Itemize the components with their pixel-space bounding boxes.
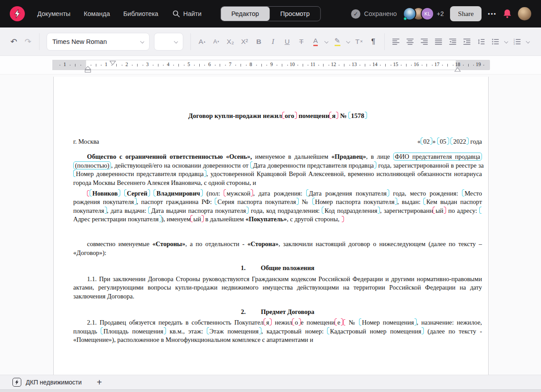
mode-editor-button[interactable]: Редактор	[221, 7, 269, 21]
text-run: 1.	[241, 264, 246, 271]
ruler-number: 1	[105, 62, 107, 67]
ruler-dot	[246, 65, 247, 66]
document-tab[interactable]: ДКП недвижимости	[12, 378, 82, 387]
ruler-number: 3	[146, 62, 149, 67]
ruler-dot	[225, 65, 226, 66]
section-heading[interactable]: 1.Общие положения	[73, 264, 482, 273]
document-page[interactable]: Договор купли-продажи нежилого помещения…	[53, 77, 489, 375]
left-indent-marker[interactable]	[85, 66, 91, 74]
saved-status: ✓ Сохранено	[351, 9, 397, 19]
outdent-icon[interactable]	[446, 34, 459, 50]
undo-icon[interactable]: ↶	[7, 34, 20, 50]
paragraph[interactable]: Новиков Сергей Владимирович (пол: мужско…	[73, 189, 482, 224]
more-button[interactable]: •••	[488, 11, 497, 17]
align-right-icon[interactable]	[418, 34, 431, 50]
field-cyan[interactable]: Новиков	[90, 190, 120, 197]
font-family-select[interactable]: Times New Roman	[47, 33, 150, 51]
numbered-list-icon[interactable]: 123	[510, 34, 524, 50]
mode-toggle: Редактор Просмотр	[220, 6, 321, 21]
paragraph[interactable]: г. Москва«02» 05 2022 года	[73, 137, 482, 146]
numbered-list-chevron-icon[interactable]	[526, 39, 530, 43]
align-left-icon[interactable]	[389, 34, 403, 50]
field-cyan[interactable]: Дата выдачи паспорта покупателя	[148, 207, 249, 214]
field-cyan[interactable]: Кадастровый номер помещения	[327, 328, 424, 335]
clear-formatting-icon[interactable]: T	[352, 34, 366, 50]
field-pink[interactable]: ого	[282, 112, 297, 119]
bold-icon[interactable]: B	[252, 34, 265, 50]
bullet-list-icon[interactable]	[489, 34, 502, 50]
field-cyan[interactable]: Сергей	[124, 190, 150, 197]
avatar-overflow-count[interactable]: +2	[437, 10, 444, 17]
font-decrease-icon[interactable]: A	[209, 34, 223, 50]
italic-icon[interactable]: I	[266, 34, 280, 50]
paragraph[interactable]: 1.1. При заключении Договора Стороны рук…	[73, 275, 482, 301]
field-pink[interactable]: ый	[190, 216, 204, 223]
right-indent-marker[interactable]	[454, 66, 461, 74]
field-cyan[interactable]: Серия паспорта покупателя	[215, 198, 299, 205]
ruler-number: 15	[393, 62, 399, 67]
font-color-icon[interactable]: A	[309, 34, 322, 50]
field-cyan[interactable]: Номер паспорта покупателя	[312, 198, 397, 205]
search-label: Найти	[183, 10, 201, 17]
field-pink[interactable]: о	[292, 319, 300, 326]
avatar-collaborator-1[interactable]	[403, 7, 416, 20]
pilcrow-icon[interactable]: ¶	[367, 34, 380, 50]
field-cyan[interactable]: Дата доверенности представителя продавца	[250, 162, 376, 169]
field-cyan[interactable]: Владимирович	[154, 190, 202, 197]
topbar-right: ✓ Сохранено KL +2 Share •••	[351, 6, 531, 21]
line-spacing-icon[interactable]	[474, 34, 488, 50]
notifications-button[interactable]	[503, 9, 512, 19]
field-cyan[interactable]: Номер доверенности представителя продавц…	[73, 170, 206, 177]
field-cyan[interactable]: 1578	[348, 112, 367, 119]
text-run: помещени	[297, 112, 329, 119]
field-cyan[interactable]: Код подразделения	[322, 207, 380, 214]
avatar-collaborator-kl[interactable]: KL	[421, 7, 434, 20]
underline-icon[interactable]: U	[280, 34, 294, 50]
subscript-icon[interactable]: X₂	[224, 34, 237, 50]
field-cyan[interactable]: Площадь помещения	[101, 328, 166, 335]
indent-icon[interactable]	[460, 34, 474, 50]
field-cyan[interactable]: 02	[421, 138, 433, 145]
superscript-icon[interactable]: X²	[238, 34, 251, 50]
align-justify-icon[interactable]	[432, 34, 445, 50]
align-center-icon[interactable]	[403, 34, 417, 50]
mode-view-button[interactable]: Просмотр	[270, 7, 320, 21]
field-cyan[interactable]: 2022	[450, 138, 469, 145]
search-button[interactable]: Найти	[173, 10, 201, 17]
field-cyan[interactable]: Этаж помещения	[207, 328, 261, 335]
share-button[interactable]: Share	[450, 6, 482, 21]
document-title[interactable]: Договор купли-продажи нежилого помещения…	[73, 112, 482, 121]
highlight-chevron-icon[interactable]	[346, 39, 350, 43]
bullet-list-chevron-icon[interactable]	[504, 39, 508, 43]
field-cyan[interactable]: 05	[437, 138, 449, 145]
ruler-number: 4	[167, 62, 170, 67]
field-pink[interactable]: я	[264, 319, 272, 326]
redo-icon[interactable]: ↷	[21, 34, 35, 50]
app-logo[interactable]	[10, 6, 25, 21]
first-line-indent-marker[interactable]	[110, 59, 116, 67]
nav-documents[interactable]: Документы	[37, 10, 71, 17]
section-heading[interactable]: 2.Предмет Договора	[73, 308, 482, 317]
strikethrough-icon[interactable]: T	[295, 34, 308, 50]
ruler-number: 17	[434, 62, 440, 67]
field-cyan[interactable]: Номер помещения	[359, 319, 416, 326]
text-run: , в лице	[366, 153, 393, 160]
field-pink[interactable]: ый	[433, 207, 446, 214]
paragraph[interactable]: совместно именуемые «Стороны», а по отде…	[73, 240, 482, 257]
new-tab-button[interactable]: +	[97, 378, 102, 387]
paragraph[interactable]: Общество с ограниченной ответственностью…	[73, 153, 482, 187]
highlight-icon[interactable]: ✎	[331, 34, 344, 50]
field-pink[interactable]: мужской	[224, 190, 253, 197]
field-pink[interactable]: е	[335, 319, 343, 326]
font-increase-icon[interactable]: A	[195, 34, 209, 50]
text-run: 1.1. При заключении Договора Стороны рук…	[73, 275, 482, 300]
nav-library[interactable]: Библиотека	[123, 10, 158, 17]
field-cyan[interactable]: Дата рождения покупателя	[306, 190, 389, 197]
nav-team[interactable]: Команда	[84, 10, 110, 17]
user-avatar[interactable]	[518, 7, 531, 20]
field-pink[interactable]: я	[329, 112, 338, 119]
font-size-select[interactable]	[154, 33, 183, 51]
paragraph[interactable]: 2.1. Продавец обязуется передать в собст…	[73, 318, 482, 345]
toolbar-divider	[384, 33, 385, 50]
font-color-chevron-icon[interactable]	[324, 39, 328, 43]
